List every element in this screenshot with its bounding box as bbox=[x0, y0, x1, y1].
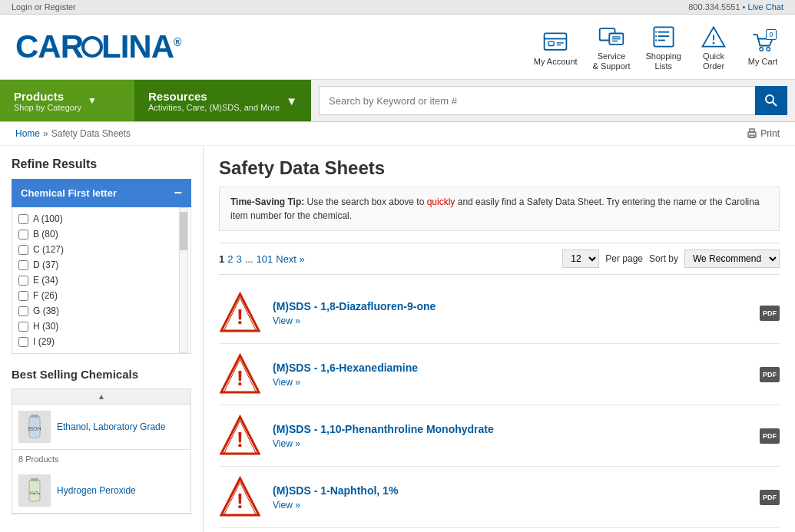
products-nav[interactable]: Products Shop by Category ▼ bbox=[0, 80, 134, 121]
page-3[interactable]: 3 bbox=[236, 253, 241, 265]
view-link-1[interactable]: View » bbox=[273, 316, 748, 326]
pdf-badge-3[interactable]: PDF bbox=[760, 428, 780, 444]
filter-checkbox-b[interactable] bbox=[18, 230, 28, 240]
filter-checkbox-f[interactable] bbox=[18, 291, 28, 301]
view-link-4[interactable]: View » bbox=[273, 500, 748, 511]
page-last[interactable]: 101 bbox=[257, 253, 273, 265]
list-icon bbox=[647, 22, 681, 51]
pagination-next[interactable]: Next » bbox=[276, 253, 305, 265]
view-link-3[interactable]: View » bbox=[273, 438, 748, 449]
ethanol-name[interactable]: Ethanol, Laboratory Grade bbox=[57, 421, 184, 432]
filter-checkbox-c[interactable] bbox=[18, 245, 28, 255]
filter-scrollbar[interactable] bbox=[179, 207, 188, 353]
search-button[interactable] bbox=[755, 86, 787, 115]
service-support-nav[interactable]: Service& Support bbox=[593, 22, 631, 71]
search-bar bbox=[311, 80, 795, 121]
product-info-3: (M)SDS - 1,10-Phenanthroline Monohydrate… bbox=[273, 423, 748, 449]
products-sub-label: Shop by Category bbox=[14, 103, 81, 112]
svg-rect-0 bbox=[545, 33, 567, 50]
product-info-4: (M)SDS - 1-Naphthol, 1% View » bbox=[273, 484, 748, 511]
filter-item-g[interactable]: G (38) bbox=[18, 303, 175, 319]
filter-item-c[interactable]: C (127) bbox=[18, 242, 175, 257]
pdf-badge-2[interactable]: PDF bbox=[760, 367, 780, 382]
resources-nav[interactable]: Resources Activities, Care, (M)SDS, and … bbox=[134, 80, 311, 121]
filter-label-b: B (80) bbox=[33, 229, 58, 240]
page-1[interactable]: 1 bbox=[219, 253, 224, 265]
filter-item-i[interactable]: I (29) bbox=[18, 334, 175, 349]
account-label: My Account bbox=[534, 57, 578, 67]
view-link-2[interactable]: View » bbox=[273, 377, 748, 388]
sort-controls: 12 24 48 Per page Sort by We Recommend N… bbox=[562, 249, 780, 268]
filter-checkbox-h[interactable] bbox=[18, 322, 28, 332]
header: CARLINA® My Account bbox=[0, 15, 795, 80]
hazard-icon-4: ! bbox=[219, 476, 261, 518]
resources-label: Resources bbox=[148, 90, 280, 103]
my-cart-nav[interactable]: 0 My Cart bbox=[746, 28, 780, 67]
logo-registered: ® bbox=[174, 36, 181, 48]
filter-label-g: G (38) bbox=[33, 306, 59, 316]
filter-checkbox-g[interactable] bbox=[18, 306, 28, 316]
print-link[interactable]: Print bbox=[747, 128, 780, 139]
pdf-badge-1[interactable]: PDF bbox=[760, 306, 780, 321]
phone-livechat: 800.334.5551 • Live Chat bbox=[688, 2, 783, 12]
quickorder-icon bbox=[697, 22, 730, 51]
filter-item-e[interactable]: E (34) bbox=[18, 273, 175, 288]
resources-sub-label: Activities, Care, (M)SDS, and More bbox=[148, 103, 280, 112]
filter-item-h[interactable]: H (30) bbox=[18, 319, 175, 334]
best-sell-item-hydrogen: H₂O₂ Hydrogen Peroxide bbox=[12, 468, 190, 514]
filter-checkbox-a[interactable] bbox=[18, 214, 28, 224]
cart-icon: 0 bbox=[746, 28, 780, 57]
product-info-1: (M)SDS - 1,8-Diazafluoren-9-one View » bbox=[273, 300, 748, 326]
sidebar: Refine Results Chemical First letter − A… bbox=[0, 146, 204, 532]
cart-label: My Cart bbox=[748, 57, 778, 67]
svg-point-21 bbox=[767, 47, 770, 51]
chemical-filter-header[interactable]: Chemical First letter − bbox=[12, 179, 191, 207]
pdf-badge-4[interactable]: PDF bbox=[760, 490, 780, 505]
pagination: 1 2 3 ... 101 Next » bbox=[219, 253, 305, 265]
sort-label: Sort by bbox=[649, 253, 678, 264]
filter-item-a[interactable]: A (100) bbox=[18, 211, 175, 226]
service-icon bbox=[595, 22, 628, 51]
resources-arrow: ▼ bbox=[286, 94, 297, 107]
logo[interactable]: CARLINA® bbox=[15, 28, 181, 65]
svg-rect-26 bbox=[750, 135, 754, 137]
svg-rect-25 bbox=[750, 129, 754, 132]
products-label: Products bbox=[14, 90, 81, 103]
filter-item-f[interactable]: F (26) bbox=[18, 288, 175, 303]
filter-checkbox-i[interactable] bbox=[18, 337, 28, 347]
ethanol-products-count: 8 Products bbox=[12, 450, 190, 468]
filter-item-b[interactable]: B (80) bbox=[18, 226, 175, 242]
shopping-lists-nav[interactable]: ShoppingLists bbox=[646, 22, 682, 71]
product-item-2: ! (M)SDS - 1,6-Hexanediamine View » PDF bbox=[219, 344, 780, 405]
svg-point-22 bbox=[766, 95, 773, 103]
tip-box: Time-Saving Tip: Use the search box abov… bbox=[219, 187, 780, 231]
product-name-2[interactable]: (M)SDS - 1,6-Hexanediamine bbox=[273, 362, 748, 374]
svg-text:!: ! bbox=[237, 366, 243, 390]
main-content: Refine Results Chemical First letter − A… bbox=[0, 146, 795, 532]
page-2[interactable]: 2 bbox=[227, 253, 233, 265]
quick-order-nav[interactable]: QuickOrder bbox=[697, 22, 730, 71]
product-name-1[interactable]: (M)SDS - 1,8-Diazafluoren-9-one bbox=[273, 300, 748, 312]
product-info-2: (M)SDS - 1,6-Hexanediamine View » bbox=[273, 362, 748, 388]
best-selling-scroll-up[interactable]: ▲ bbox=[12, 389, 190, 405]
filter-item-d[interactable]: D (37) bbox=[18, 257, 175, 273]
breadcrumb: Home » Safety Data Sheets Print bbox=[0, 122, 795, 146]
filter-checkbox-e[interactable] bbox=[18, 276, 28, 286]
breadcrumb-home[interactable]: Home bbox=[15, 128, 40, 139]
per-page-select[interactable]: 12 24 48 bbox=[562, 249, 599, 268]
product-name-3[interactable]: (M)SDS - 1,10-Phenanthroline Monohydrate bbox=[273, 423, 748, 435]
hydrogen-name[interactable]: Hydrogen Peroxide bbox=[57, 485, 184, 496]
search-input[interactable] bbox=[319, 86, 755, 115]
chemical-filter-label: Chemical First letter bbox=[21, 187, 117, 199]
filter-collapse-icon: − bbox=[174, 185, 182, 201]
shopping-lists-label: ShoppingLists bbox=[646, 51, 682, 71]
my-account-nav[interactable]: My Account bbox=[534, 28, 578, 67]
tip-text: Use the search box above to quickly and … bbox=[230, 197, 760, 221]
filter-checkbox-d[interactable] bbox=[18, 260, 28, 270]
product-name-4[interactable]: (M)SDS - 1-Naphthol, 1% bbox=[273, 484, 748, 497]
pagination-dots: ... bbox=[245, 253, 253, 265]
sort-select[interactable]: We Recommend Name A-Z Name Z-A bbox=[684, 249, 780, 268]
filter-scroll-thumb[interactable] bbox=[180, 212, 187, 250]
hazard-icon-1: ! bbox=[219, 292, 261, 334]
login-register-link[interactable]: Login or Register bbox=[12, 2, 76, 12]
